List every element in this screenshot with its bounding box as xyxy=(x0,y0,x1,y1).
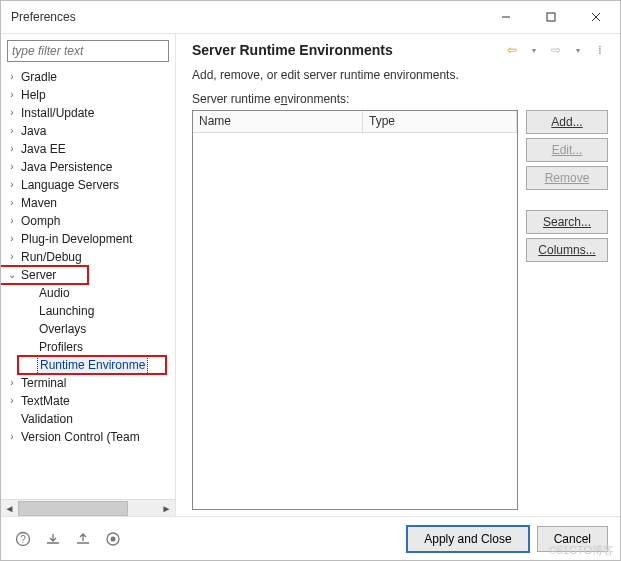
tree-item[interactable]: Profilers xyxy=(1,338,175,356)
svg-point-7 xyxy=(111,536,116,541)
chevron-right-icon[interactable]: › xyxy=(5,392,19,410)
tree-item-label: Runtime Environme xyxy=(37,355,148,375)
tree-item-label: Language Servers xyxy=(19,176,121,194)
scroll-right-icon[interactable]: ► xyxy=(158,500,175,517)
tree-item-label: Maven xyxy=(19,194,59,212)
tree-item[interactable]: Overlays xyxy=(1,320,175,338)
tree-item[interactable]: ›Java Persistence xyxy=(1,158,175,176)
tree-item[interactable]: ›Install/Update xyxy=(1,104,175,122)
tree-item-label: Gradle xyxy=(19,68,59,86)
preferences-window: Preferences ›Gradle›Help›Install/Update›… xyxy=(0,0,621,561)
page-title: Server Runtime Environments xyxy=(192,42,504,58)
chevron-right-icon[interactable]: › xyxy=(5,176,19,194)
main-area: ›Gradle›Help›Install/Update›Java›Java EE… xyxy=(1,33,620,516)
tree-item[interactable]: ›Java xyxy=(1,122,175,140)
chevron-down-icon[interactable]: ⌄ xyxy=(5,266,19,284)
menu-icon[interactable]: ⁞ xyxy=(592,42,608,58)
environments-table[interactable]: Name Type xyxy=(192,110,518,510)
tree-item[interactable]: ›Gradle xyxy=(1,68,175,86)
remove-button: Remove xyxy=(526,166,608,190)
tree-item-label: Plug-in Development xyxy=(19,230,134,248)
help-icon[interactable]: ? xyxy=(13,529,33,549)
tree-item-label: Java Persistence xyxy=(19,158,114,176)
chevron-right-icon[interactable]: › xyxy=(5,104,19,122)
search-button[interactable]: Search... xyxy=(526,210,608,234)
apply-and-close-button[interactable]: Apply and Close xyxy=(407,526,528,552)
tree-item[interactable]: Launching xyxy=(1,302,175,320)
tree-item-label: Run/Debug xyxy=(19,248,84,266)
tree-item-label: Version Control (Team xyxy=(19,428,142,446)
tree-hscrollbar[interactable]: ◄ ► xyxy=(1,499,175,516)
tree-item[interactable]: ›Oomph xyxy=(1,212,175,230)
chevron-right-icon[interactable]: › xyxy=(5,122,19,140)
edit-button: Edit... xyxy=(526,138,608,162)
chevron-right-icon[interactable]: › xyxy=(5,428,19,446)
tree-item-label: Help xyxy=(19,86,48,104)
chevron-right-icon[interactable]: › xyxy=(5,212,19,230)
chevron-right-icon[interactable]: › xyxy=(5,140,19,158)
svg-text:?: ? xyxy=(20,534,26,545)
tree-item[interactable]: ›TextMate xyxy=(1,392,175,410)
tree-item[interactable]: Validation xyxy=(1,410,175,428)
tree-item[interactable]: ›Maven xyxy=(1,194,175,212)
chevron-right-icon[interactable]: › xyxy=(5,68,19,86)
tree-item-label: Audio xyxy=(37,284,72,302)
tree-item[interactable]: ›Help xyxy=(1,86,175,104)
tree-item[interactable]: Audio xyxy=(1,284,175,302)
filter-input[interactable] xyxy=(7,40,169,62)
maximize-button[interactable] xyxy=(528,2,573,32)
tree-item-label: TextMate xyxy=(19,392,72,410)
column-type[interactable]: Type xyxy=(363,111,517,132)
back-icon[interactable]: ⇦ xyxy=(504,42,520,58)
tree-item-label: Profilers xyxy=(37,338,85,356)
tree-item[interactable]: ›Run/Debug xyxy=(1,248,175,266)
tree-item-label: Java EE xyxy=(19,140,68,158)
chevron-right-icon[interactable]: › xyxy=(5,158,19,176)
tree-item[interactable]: ›Java EE xyxy=(1,140,175,158)
tree-item-label: Terminal xyxy=(19,374,68,392)
tree-item[interactable]: ›Terminal xyxy=(1,374,175,392)
chevron-right-icon[interactable]: › xyxy=(5,374,19,392)
chevron-right-icon[interactable]: › xyxy=(5,194,19,212)
tree-item[interactable]: ⌄Server xyxy=(1,266,175,284)
tree-item-label: Java xyxy=(19,122,48,140)
columns-button[interactable]: Columns... xyxy=(526,238,608,262)
footer: ? Apply and Close Cancel xyxy=(1,516,620,560)
close-button[interactable] xyxy=(573,2,618,32)
watermark: ©51CTO博客 xyxy=(549,543,614,558)
svg-rect-1 xyxy=(547,13,555,21)
forward-icon[interactable]: ⇨ xyxy=(548,42,564,58)
tree-item[interactable]: ›Language Servers xyxy=(1,176,175,194)
minimize-button[interactable] xyxy=(483,2,528,32)
forward-dropdown-icon[interactable]: ▾ xyxy=(570,42,586,58)
tree-item[interactable]: ›Version Control (Team xyxy=(1,428,175,446)
tree-item-label: Server xyxy=(19,266,58,284)
import-icon[interactable] xyxy=(43,529,63,549)
scroll-left-icon[interactable]: ◄ xyxy=(1,500,18,517)
tree-item[interactable]: ›Plug-in Development xyxy=(1,230,175,248)
page-description: Add, remove, or edit server runtime envi… xyxy=(192,68,608,82)
tree-item[interactable]: Runtime Environme xyxy=(1,356,175,374)
table-body xyxy=(193,133,517,509)
tree-item-label: Install/Update xyxy=(19,104,96,122)
left-pane: ›Gradle›Help›Install/Update›Java›Java EE… xyxy=(1,34,176,516)
back-dropdown-icon[interactable]: ▾ xyxy=(526,42,542,58)
titlebar: Preferences xyxy=(1,1,620,33)
export-icon[interactable] xyxy=(73,529,93,549)
tree-item-label: Validation xyxy=(19,410,75,428)
chevron-right-icon[interactable]: › xyxy=(5,248,19,266)
column-name[interactable]: Name xyxy=(193,111,363,132)
list-label: Server runtime environments: xyxy=(192,92,608,106)
chevron-right-icon[interactable]: › xyxy=(5,230,19,248)
tree-item-label: Overlays xyxy=(37,320,88,338)
oomph-icon[interactable] xyxy=(103,529,123,549)
preferences-tree[interactable]: ›Gradle›Help›Install/Update›Java›Java EE… xyxy=(1,66,175,446)
chevron-right-icon[interactable]: › xyxy=(5,86,19,104)
add-button[interactable]: Add... xyxy=(526,110,608,134)
scroll-thumb[interactable] xyxy=(18,501,128,516)
tree-item-label: Launching xyxy=(37,302,96,320)
window-title: Preferences xyxy=(11,10,76,24)
tree-item-label: Oomph xyxy=(19,212,62,230)
right-pane: Server Runtime Environments ⇦ ▾ ⇨ ▾ ⁞ Ad… xyxy=(176,34,620,516)
